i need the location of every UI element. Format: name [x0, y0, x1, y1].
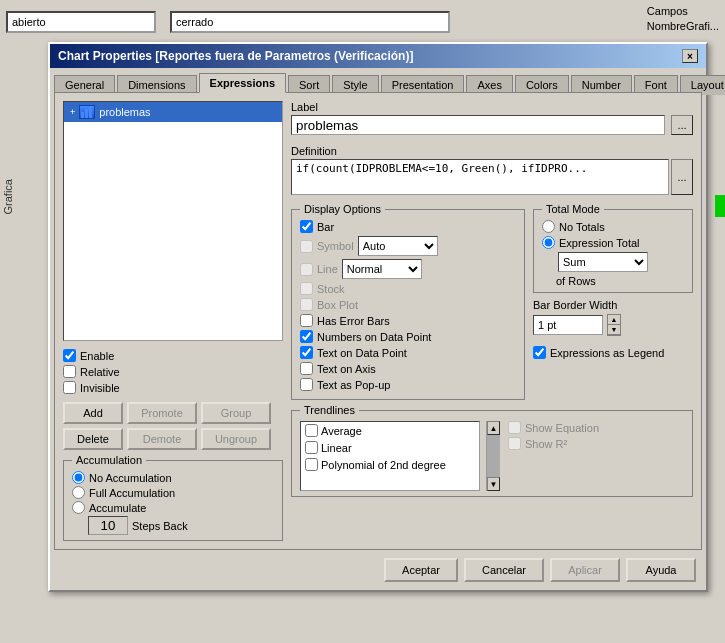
demote-button[interactable]: Demote — [127, 428, 197, 450]
polynomial-checkbox[interactable] — [305, 458, 318, 471]
label-input[interactable] — [291, 115, 665, 135]
display-options-legend: Display Options — [300, 203, 385, 215]
tree-expand-icon: + — [70, 107, 75, 117]
error-bars-label: Has Error Bars — [317, 315, 390, 327]
right-panel: Label ... Definition if(count(IDPROBLEMA… — [291, 101, 693, 541]
linear-checkbox[interactable] — [305, 441, 318, 454]
definition-section: Definition if(count(IDPROBLEMA<=10, Gree… — [291, 145, 693, 195]
show-equation-checkbox[interactable] — [508, 421, 521, 434]
tabs-bar: General Dimensions Expressions Sort Styl… — [50, 68, 706, 92]
show-equation-label[interactable]: Show Equation — [508, 421, 599, 434]
invisible-checkbox[interactable] — [63, 381, 76, 394]
label-browse-button[interactable]: ... — [671, 115, 693, 135]
bar-border-input[interactable] — [533, 315, 603, 335]
ayuda-button[interactable]: Ayuda — [626, 558, 696, 582]
stock-row: Stock — [300, 282, 516, 295]
show-r2-text: Show R² — [525, 438, 567, 450]
accumulation-legend: Accumulation — [72, 454, 146, 466]
cancelar-button[interactable]: Cancelar — [464, 558, 544, 582]
chart-properties-dialog: Chart Properties [Reportes fuera de Para… — [48, 42, 708, 592]
no-totals-radio[interactable] — [542, 220, 555, 233]
stock-checkbox[interactable] — [300, 282, 313, 295]
text-axis-label: Text on Axis — [317, 363, 376, 375]
group-button[interactable]: Group — [201, 402, 271, 424]
trendlines-scroll-down[interactable]: ▼ — [487, 477, 500, 491]
dialog-title: Chart Properties [Reportes fuera de Para… — [58, 49, 413, 63]
numbers-data-point-row: Numbers on Data Point — [300, 330, 516, 343]
polynomial-item[interactable]: Polynomial of 2nd degree — [301, 456, 479, 473]
close-button[interactable]: × — [682, 49, 698, 63]
show-r2-checkbox[interactable] — [508, 437, 521, 450]
aplicar-button[interactable]: Aplicar — [550, 558, 620, 582]
spinner-down-button[interactable]: ▼ — [608, 325, 620, 335]
tree-item-problemas[interactable]: + problemas — [64, 102, 282, 122]
svg-rect-1 — [85, 109, 88, 118]
sum-dropdown[interactable]: Sum — [558, 252, 648, 272]
line-checkbox[interactable] — [300, 263, 313, 276]
text-popup-checkbox[interactable] — [300, 378, 313, 391]
definition-input[interactable]: if(count(IDPROBLEMA<=10, Green(), ifIDPR… — [291, 159, 669, 195]
average-item[interactable]: Average — [301, 422, 479, 439]
promote-button[interactable]: Promote — [127, 402, 197, 424]
invisible-checkbox-label[interactable]: Invisible — [63, 381, 283, 394]
line-row: Line Normal — [300, 259, 516, 279]
numbers-data-point-checkbox[interactable] — [300, 330, 313, 343]
aceptar-button[interactable]: Aceptar — [384, 558, 458, 582]
enable-label: Enable — [80, 350, 114, 362]
trendlines-scroll-track — [487, 435, 500, 477]
input-abierto[interactable] — [6, 11, 156, 33]
expression-total-row: Expression Total — [542, 236, 684, 249]
grafica-side-label: Grafica — [0, 175, 16, 218]
relative-label: Relative — [80, 366, 120, 378]
tree-item-label: problemas — [99, 106, 150, 118]
enable-checkbox[interactable] — [63, 349, 76, 362]
symbol-checkbox[interactable] — [300, 240, 313, 253]
bar-border-section: Bar Border Width ▲ ▼ — [533, 299, 693, 340]
average-checkbox[interactable] — [305, 424, 318, 437]
show-r2-label[interactable]: Show R² — [508, 437, 599, 450]
text-popup-row: Text as Pop-up — [300, 378, 516, 391]
bar-border-input-row: ▲ ▼ — [533, 314, 693, 336]
polynomial-label: Polynomial of 2nd degree — [321, 459, 446, 471]
numbers-data-point-label: Numbers on Data Point — [317, 331, 431, 343]
expressions-legend-label[interactable]: Expressions as Legend — [533, 346, 693, 359]
error-bars-checkbox[interactable] — [300, 314, 313, 327]
text-data-point-checkbox[interactable] — [300, 346, 313, 359]
expressions-as-legend-checkbox[interactable] — [533, 346, 546, 359]
add-button[interactable]: Add — [63, 402, 123, 424]
no-accumulation-radio[interactable] — [72, 471, 85, 484]
trendlines-list[interactable]: Average Linear Polynomial of 2nd degree — [300, 421, 480, 491]
no-totals-label: No Totals — [559, 221, 605, 233]
input-cerrado[interactable] — [170, 11, 450, 33]
definition-input-row: if(count(IDPROBLEMA<=10, Green(), ifIDPR… — [291, 159, 693, 195]
enable-checkbox-label[interactable]: Enable — [63, 349, 283, 362]
line-dropdown[interactable]: Normal — [342, 259, 422, 279]
accumulate-radio[interactable] — [72, 501, 85, 514]
full-accumulation-radio[interactable] — [72, 486, 85, 499]
definition-browse-button[interactable]: ... — [671, 159, 693, 195]
delete-button[interactable]: Delete — [63, 428, 123, 450]
green-badge — [715, 195, 725, 217]
expression-checkboxes: Enable Relative Invisible — [63, 349, 283, 394]
steps-label: Steps Back — [132, 520, 188, 532]
svg-rect-2 — [89, 107, 92, 118]
trendlines-scroll-up[interactable]: ▲ — [487, 421, 500, 435]
svg-rect-0 — [81, 112, 84, 118]
spinner-up-button[interactable]: ▲ — [608, 315, 620, 325]
boxplot-row: Box Plot — [300, 298, 516, 311]
linear-item[interactable]: Linear — [301, 439, 479, 456]
symbol-dropdown[interactable]: Auto — [358, 236, 438, 256]
expression-tree[interactable]: + problemas — [63, 101, 283, 341]
steps-input[interactable] — [88, 516, 128, 535]
text-axis-checkbox[interactable] — [300, 362, 313, 375]
expression-total-radio[interactable] — [542, 236, 555, 249]
ungroup-button[interactable]: Ungroup — [201, 428, 271, 450]
expression-total-label: Expression Total — [559, 237, 640, 249]
relative-checkbox[interactable] — [63, 365, 76, 378]
tab-expressions[interactable]: Expressions — [199, 73, 286, 93]
boxplot-checkbox[interactable] — [300, 298, 313, 311]
bar-checkbox[interactable] — [300, 220, 313, 233]
chart-bar-icon — [79, 105, 95, 119]
trendlines-scrollbar: ▲ ▼ — [486, 421, 500, 491]
relative-checkbox-label[interactable]: Relative — [63, 365, 283, 378]
